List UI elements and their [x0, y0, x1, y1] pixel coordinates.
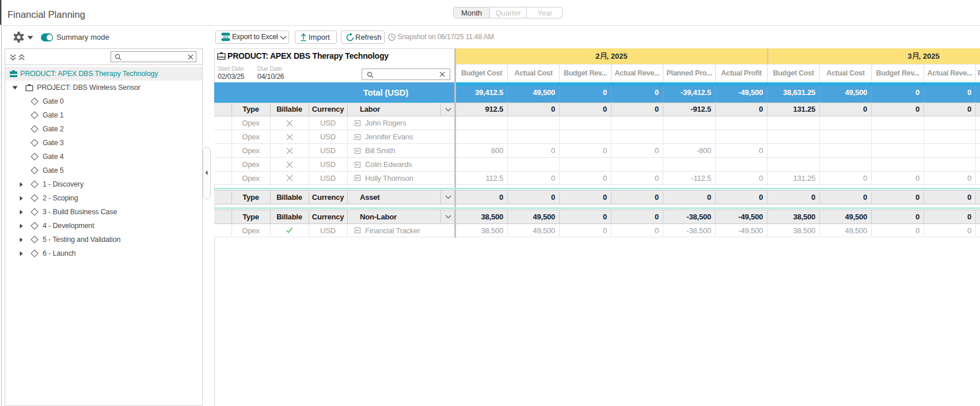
svg-text:XLS: XLS — [223, 36, 229, 39]
